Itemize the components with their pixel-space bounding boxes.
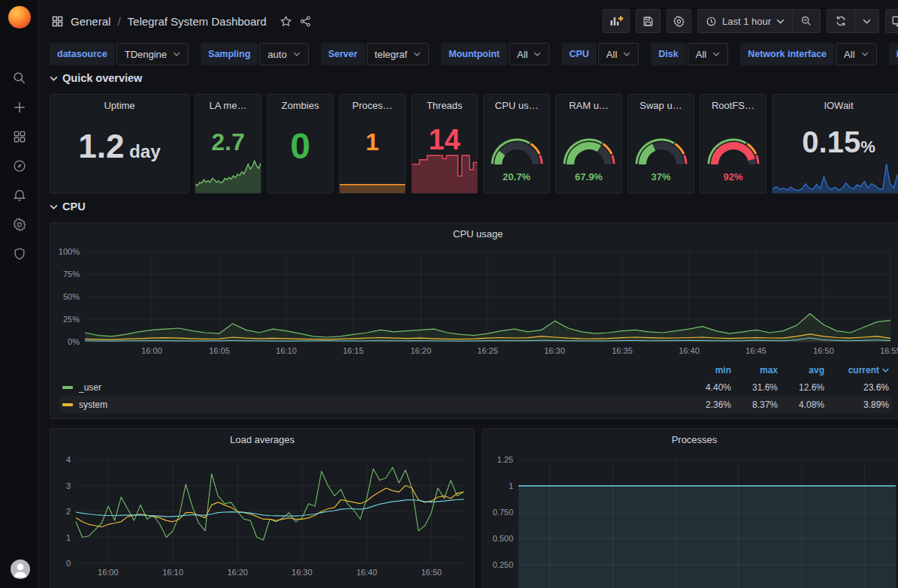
variable-label[interactable]: Sampling bbox=[201, 43, 258, 65]
svg-text:1.25: 1.25 bbox=[497, 455, 513, 464]
variable-label[interactable]: Server bbox=[321, 43, 365, 65]
panel-title[interactable]: CPU us… bbox=[484, 95, 549, 111]
grafana-logo-icon[interactable] bbox=[8, 6, 31, 29]
series-toggle[interactable]: _user bbox=[62, 382, 685, 393]
zoom-out-button[interactable] bbox=[792, 10, 820, 32]
variable-value-dropdown[interactable]: auto bbox=[259, 43, 308, 65]
gauge bbox=[488, 131, 546, 170]
gauge bbox=[560, 131, 618, 170]
refresh-interval-dropdown[interactable] bbox=[854, 10, 878, 32]
processes-chart[interactable]: 0.2500.5000.75011.25 bbox=[485, 445, 898, 588]
create-plus-icon[interactable] bbox=[12, 100, 27, 115]
stat-panel-rootfs-gauge: RootFS… 92% bbox=[700, 94, 766, 194]
series-toggle[interactable]: iowait bbox=[62, 417, 685, 420]
alerting-bell-icon[interactable] bbox=[12, 188, 27, 203]
time-range-label: Last 1 hour bbox=[722, 16, 771, 27]
variable-value-dropdown[interactable]: TDengine bbox=[116, 43, 189, 65]
chevron-down-icon bbox=[623, 52, 630, 56]
svg-text:16:10: 16:10 bbox=[276, 346, 297, 355]
panel-title[interactable]: LA me… bbox=[195, 95, 261, 111]
svg-text:16:10: 16:10 bbox=[162, 568, 183, 577]
svg-text:25%: 25% bbox=[63, 315, 80, 324]
sparkline bbox=[412, 137, 477, 193]
variables-row: datasource TDengine Sampling auto Server… bbox=[50, 43, 898, 65]
panel-title[interactable]: Load averages bbox=[50, 429, 474, 445]
svg-text:16:20: 16:20 bbox=[227, 568, 248, 577]
dashboards-grid-icon[interactable] bbox=[12, 129, 27, 144]
cpu-usage-legend: min max avg current _user 4.40% 31.6% 12… bbox=[50, 360, 898, 419]
variable-value-dropdown[interactable]: telegraf bbox=[367, 43, 429, 65]
sidebar bbox=[0, 0, 39, 588]
configuration-gear-icon[interactable] bbox=[12, 217, 27, 232]
panel-title[interactable]: CPU usage bbox=[50, 223, 898, 240]
variable-value-dropdown[interactable]: All bbox=[688, 43, 728, 65]
legend-col-max[interactable]: max bbox=[731, 365, 778, 375]
variable-label[interactable]: Disk bbox=[651, 43, 685, 65]
svg-text:0%: 0% bbox=[68, 337, 80, 346]
series-toggle[interactable]: system bbox=[62, 400, 685, 410]
variable-value-dropdown[interactable]: All bbox=[598, 43, 639, 65]
legend-col-avg[interactable]: avg bbox=[778, 365, 824, 375]
panel-title[interactable]: Zombies bbox=[268, 95, 333, 111]
panel-title[interactable]: Proces… bbox=[340, 95, 405, 111]
panel-title[interactable]: Threads bbox=[412, 95, 477, 111]
svg-text:16:55: 16:55 bbox=[880, 346, 898, 355]
explore-compass-icon[interactable] bbox=[12, 158, 27, 173]
panel-title[interactable]: RAM u… bbox=[556, 95, 621, 111]
variable-label[interactable]: irq bbox=[889, 43, 898, 65]
gauge bbox=[632, 131, 691, 170]
legend-row-user: _user 4.40% 31.6% 12.6% 23.6% bbox=[59, 378, 892, 396]
add-panel-button[interactable] bbox=[603, 9, 630, 33]
cpu-usage-chart[interactable]: 16:0016:0516:1016:1516:2016:2516:3016:35… bbox=[55, 240, 898, 360]
svg-text:16:50: 16:50 bbox=[421, 568, 442, 577]
svg-text:0.250: 0.250 bbox=[492, 560, 513, 569]
breadcrumb-title[interactable]: Telegraf System Dashboard bbox=[128, 15, 267, 28]
panel-title[interactable]: Processes bbox=[482, 429, 898, 445]
panel-title[interactable]: RootFS… bbox=[700, 95, 766, 111]
svg-text:16:30: 16:30 bbox=[292, 568, 313, 577]
svg-text:16:25: 16:25 bbox=[477, 346, 498, 355]
svg-text:16:15: 16:15 bbox=[343, 346, 364, 355]
panel-processes: Processes 0.2500.5000.75011.25 bbox=[482, 428, 898, 588]
panel-title[interactable]: Uptime bbox=[50, 95, 189, 111]
star-icon[interactable] bbox=[280, 15, 292, 28]
section-quick-overview[interactable]: Quick overview bbox=[50, 72, 142, 84]
variable-label[interactable]: Mountpoint bbox=[441, 43, 507, 65]
time-picker-group: Last 1 hour bbox=[697, 9, 821, 33]
dashboard-grid-icon[interactable] bbox=[51, 15, 64, 28]
panel-title[interactable]: Swap u… bbox=[628, 95, 694, 111]
svg-text:16:35: 16:35 bbox=[612, 346, 633, 355]
stat-value: 1 bbox=[340, 130, 405, 154]
svg-text:75%: 75% bbox=[63, 270, 80, 279]
search-icon[interactable] bbox=[12, 71, 27, 86]
svg-text:16:00: 16:00 bbox=[141, 346, 162, 355]
svg-text:16:00: 16:00 bbox=[98, 568, 119, 577]
time-range-picker[interactable]: Last 1 hour bbox=[698, 10, 792, 32]
breadcrumb-folder[interactable]: General bbox=[71, 15, 110, 28]
section-cpu[interactable]: CPU bbox=[50, 201, 86, 213]
tv-kiosk-button[interactable] bbox=[885, 9, 898, 33]
dashboard-settings-button[interactable] bbox=[667, 9, 691, 33]
legend-col-current[interactable]: current bbox=[824, 365, 889, 375]
server-admin-shield-icon[interactable] bbox=[12, 246, 27, 261]
header-actions: Last 1 hour bbox=[603, 9, 898, 33]
variable-value-dropdown[interactable]: All bbox=[836, 43, 876, 65]
variable-label[interactable]: datasource bbox=[50, 43, 115, 65]
svg-text:16:50: 16:50 bbox=[813, 346, 834, 355]
legend-col-min[interactable]: min bbox=[685, 365, 731, 375]
breadcrumb: General / Telegraf System Dashboard bbox=[51, 15, 312, 28]
refresh-button[interactable] bbox=[827, 10, 854, 32]
variable-label[interactable]: Network interface bbox=[740, 43, 834, 65]
gauge-value: 67.9% bbox=[556, 171, 621, 182]
legend-row-iowait: iowait 0.626% 4.11% 1.18% 1.24% bbox=[59, 413, 892, 419]
svg-text:50%: 50% bbox=[63, 292, 80, 301]
share-icon[interactable] bbox=[299, 15, 312, 28]
panel-title[interactable]: IOWait bbox=[773, 95, 898, 111]
svg-text:16:40: 16:40 bbox=[356, 568, 377, 577]
load-averages-chart[interactable]: 16:0016:1016:2016:3016:4016:5001234 bbox=[53, 445, 473, 588]
user-avatar[interactable] bbox=[11, 559, 30, 579]
variable-label[interactable]: CPU bbox=[561, 43, 596, 65]
save-dashboard-button[interactable] bbox=[636, 9, 661, 33]
variable-value-dropdown[interactable]: All bbox=[509, 43, 549, 65]
variable-network-interface: Network interface All bbox=[740, 43, 876, 65]
